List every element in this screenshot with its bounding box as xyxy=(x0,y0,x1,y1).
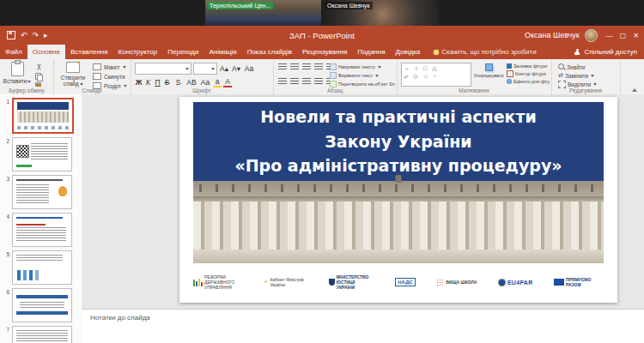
slide-thumbnail-4[interactable] xyxy=(12,213,72,247)
font-size-combobox[interactable] xyxy=(193,63,217,75)
tab-view[interactable]: Подання xyxy=(352,45,390,59)
logo-eu-together: ПРЯМУЄМО РАЗОМ xyxy=(554,277,604,287)
group-label-font: Шрифт xyxy=(131,87,273,93)
format-painter-icon[interactable] xyxy=(35,82,41,87)
logo-reform: РЕФОРМА ДЕРЖАВНОГО УПРАВЛІННЯ xyxy=(193,274,242,290)
share-button[interactable]: Спільний доступ xyxy=(574,45,637,59)
coat-of-arms-icon: ♆ xyxy=(263,279,268,286)
reform-bars-icon xyxy=(193,279,203,286)
text-shadow-icon[interactable]: S xyxy=(173,78,184,87)
participant-name-label: Оксана Шевчук xyxy=(325,2,373,9)
align-text-icon xyxy=(330,72,337,79)
close-button[interactable]: ✕ xyxy=(633,32,639,39)
cut-icon[interactable] xyxy=(35,63,42,70)
slide-canvas: Новели та практичні аспекти Закону Украї… xyxy=(82,94,644,309)
thumbnail-row: 4 xyxy=(3,213,79,247)
thumbnail-row: 7 xyxy=(3,326,79,343)
tab-animations[interactable]: Анімація xyxy=(204,45,241,59)
increase-font-icon[interactable]: А▴ xyxy=(219,64,229,73)
tab-home[interactable]: Основне xyxy=(27,45,65,59)
bold-button[interactable]: Ж xyxy=(135,78,143,87)
tab-design[interactable]: Конструктор xyxy=(113,45,163,59)
window-title: ЗАП - PowerPoint xyxy=(289,31,355,40)
thumbnail-row: 1 xyxy=(3,98,79,134)
align-left-icon[interactable] xyxy=(278,78,287,86)
group-clipboard: Вставити Буфер обміну xyxy=(0,59,54,94)
paste-icon xyxy=(11,62,24,76)
decrease-font-icon[interactable]: А▾ xyxy=(231,64,241,73)
minimize-button[interactable]: — xyxy=(606,32,613,39)
redo-icon[interactable]: ↷ xyxy=(33,32,39,39)
slide-thumbnail-7[interactable] xyxy=(12,326,72,343)
text-direction-button[interactable]: Напрямок тексту xyxy=(330,63,395,70)
group-label-editing: Редагування xyxy=(551,87,620,93)
participant-name-label: Тернопільський Цен... xyxy=(207,2,273,9)
group-label-paragraph: Абзац xyxy=(273,87,397,93)
copy-icon[interactable] xyxy=(35,73,41,80)
numbering-icon[interactable] xyxy=(290,63,299,71)
restore-button[interactable]: ▢ xyxy=(620,32,627,39)
notes-pane[interactable]: Нотатки до слайда xyxy=(82,309,644,343)
slide-number: 5 xyxy=(3,250,9,285)
tab-review[interactable]: Рецензування xyxy=(297,45,352,59)
arrange-icon xyxy=(485,63,493,71)
start-slideshow-icon[interactable]: ▸ xyxy=(44,32,48,39)
slide-thumbnail-2[interactable] xyxy=(12,137,72,172)
participant-video-host[interactable]: Оксана Шевчук xyxy=(323,0,439,26)
shape-outline-button[interactable]: Контур фігури xyxy=(507,70,550,77)
current-slide[interactable]: Новели та практичні аспекти Закону Украї… xyxy=(179,97,617,303)
account-name[interactable]: Оксана Шевчук xyxy=(525,31,580,39)
underline-button[interactable]: П xyxy=(154,78,161,87)
avatar[interactable] xyxy=(585,29,598,42)
character-spacing-icon[interactable]: АВ xyxy=(185,78,197,87)
titlebar-right: Оксана Шевчук — ▢ ✕ xyxy=(525,29,639,42)
eu-stars-icon xyxy=(498,279,506,286)
layout-button[interactable]: Макет xyxy=(93,63,127,71)
shape-fill-button[interactable]: Заливка фігури xyxy=(507,63,550,69)
group-label-clipboard: Буфер обміну xyxy=(0,87,53,93)
slide-thumbnail-5[interactable] xyxy=(12,250,72,285)
tab-help[interactable]: Довідка xyxy=(391,45,426,59)
italic-button[interactable]: К xyxy=(144,78,152,87)
new-slide-button[interactable]: Створити слайд xyxy=(57,62,89,87)
smartart-button[interactable]: Перетворити на об’єкт SmartArt xyxy=(330,81,395,87)
change-case-icon[interactable]: Аа xyxy=(199,78,211,87)
strikethrough-button[interactable]: S xyxy=(163,78,171,87)
tell-me-search[interactable]: Скажіть, що потрібно зробити xyxy=(434,45,536,59)
tab-transitions[interactable]: Переходи xyxy=(162,45,204,59)
slide-number: 3 xyxy=(3,175,9,209)
shape-effects-button[interactable]: Ефекти для фігур xyxy=(507,79,550,84)
video-call-strip: Тернопільський Цен... Оксана Шевчук xyxy=(0,0,644,26)
collapse-ribbon-icon[interactable] xyxy=(632,88,637,92)
slide-thumbnail-3[interactable] xyxy=(12,175,72,209)
highlight-color-icon[interactable]: а xyxy=(213,77,222,87)
save-icon[interactable] xyxy=(7,31,15,39)
paste-button[interactable]: Вставити xyxy=(4,62,30,84)
slide-title-block[interactable]: Новели та практичні аспекти Закону Украї… xyxy=(193,102,604,181)
decrease-indent-icon[interactable] xyxy=(302,63,311,71)
align-center-icon[interactable] xyxy=(290,78,299,86)
increase-indent-icon[interactable] xyxy=(314,63,323,71)
bullets-icon[interactable] xyxy=(278,63,287,71)
slide-thumbnail-1[interactable] xyxy=(12,98,74,134)
reset-button[interactable]: Скинути xyxy=(93,72,127,81)
clear-formatting-icon[interactable]: Аа xyxy=(243,64,255,73)
ribbon-tab-row: Файл Основне Вставлення Конструктор Пере… xyxy=(0,45,644,59)
align-right-icon[interactable] xyxy=(302,78,311,86)
align-text-button[interactable]: Вирівняти текст xyxy=(330,72,395,79)
find-button[interactable]: Знайти xyxy=(558,63,617,70)
participant-video-room[interactable]: Тернопільський Цен... xyxy=(205,0,321,26)
tab-file[interactable]: Файл xyxy=(0,45,27,59)
justify-icon[interactable] xyxy=(314,78,323,86)
shapes-gallery[interactable]: → ○ □ △ ▱ ◇ ☆ ◦ xyxy=(401,63,471,87)
logo-nads: НАДС xyxy=(395,278,416,286)
tab-slideshow[interactable]: Показ слайдів xyxy=(242,45,297,59)
lightbulb-icon xyxy=(434,50,439,55)
arrange-button[interactable]: Упорядкувати xyxy=(472,63,505,78)
slide-thumbnail-6[interactable] xyxy=(12,288,72,322)
tab-insert[interactable]: Вставлення xyxy=(65,45,113,59)
undo-icon[interactable]: ↶ xyxy=(21,32,27,39)
font-color-icon[interactable]: А xyxy=(223,77,232,87)
replace-button[interactable]: ⇄Замінити xyxy=(558,72,617,79)
font-name-combobox[interactable] xyxy=(135,63,191,75)
